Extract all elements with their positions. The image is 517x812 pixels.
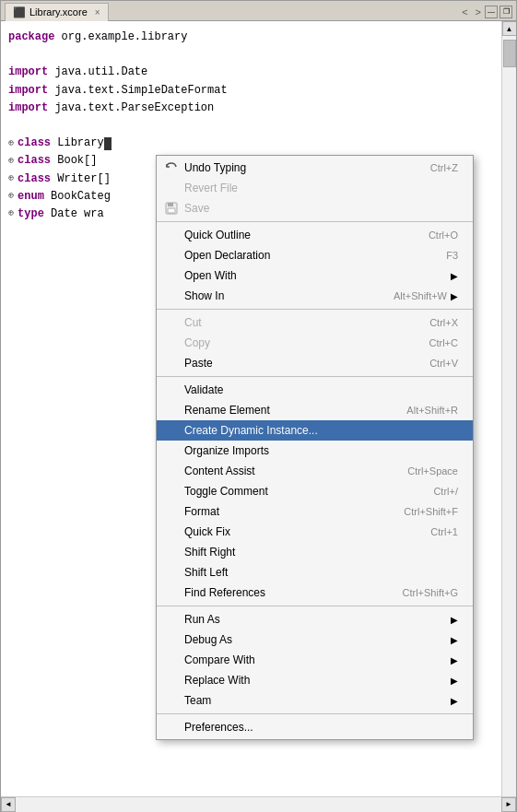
class-library-name: Library <box>51 135 104 152</box>
minimize-button[interactable]: — <box>485 6 498 18</box>
menu-item-show-in[interactable]: Show In Alt+Shift+W ▶ <box>157 286 473 306</box>
menu-item-format[interactable]: Format Ctrl+Shift+F <box>157 501 473 522</box>
tab-nav-right[interactable]: > <box>476 6 481 18</box>
menu-item-copy[interactable]: Copy Ctrl+C <box>157 333 473 353</box>
class-book-name: Book <box>51 152 84 170</box>
menu-item-organize-imports[interactable]: Organize Imports <box>157 441 473 461</box>
compare-with-label: Compare With <box>184 653 447 666</box>
expand-enum-icon[interactable]: ⊕ <box>8 189 14 204</box>
quick-fix-label: Quick Fix <box>184 525 412 538</box>
paste-label: Paste <box>184 357 411 370</box>
expand-book-icon[interactable]: ⊕ <box>8 154 14 169</box>
menu-item-revert-file[interactable]: Revert File <box>157 178 473 198</box>
shift-right-label: Shift Right <box>184 546 458 559</box>
organize-imports-label: Organize Imports <box>184 444 458 457</box>
menu-item-shift-left[interactable]: Shift Left <box>157 562 473 583</box>
scroll-up-icon: ▲ <box>506 25 513 33</box>
menu-item-save[interactable]: Save <box>157 198 473 218</box>
menu-item-team[interactable]: Team ▶ <box>157 690 473 711</box>
menu-item-rename-element[interactable]: Rename Element Alt+Shift+R <box>157 400 473 420</box>
cut-shortcut: Ctrl+X <box>429 317 458 328</box>
keyword-class-1: class <box>18 135 51 152</box>
find-references-shortcut: Ctrl+Shift+G <box>402 587 458 598</box>
quick-outline-shortcut: Ctrl+O <box>429 229 458 241</box>
horizontal-scrollbar[interactable]: ◄ ► <box>1 796 516 811</box>
replace-with-label: Replace With <box>184 674 447 687</box>
quick-outline-label: Quick Outline <box>184 229 410 241</box>
quick-fix-shortcut: Ctrl+1 <box>430 526 458 537</box>
menu-item-preferences[interactable]: Preferences... <box>157 717 473 737</box>
menu-item-validate[interactable]: Validate <box>157 380 473 400</box>
vertical-scrollbar[interactable]: ▲ <box>501 21 516 796</box>
scroll-right-button[interactable]: ► <box>501 797 516 812</box>
scroll-thumb-vertical[interactable] <box>503 40 516 67</box>
rename-element-shortcut: Alt+Shift+R <box>406 405 458 416</box>
context-menu: Undo Typing Ctrl+Z Revert File Save <box>156 155 474 740</box>
editor-tab[interactable]: ⬛ Library.xcore × <box>5 3 109 21</box>
keyword-package: package <box>8 29 54 46</box>
scroll-left-icon: ◄ <box>5 800 12 808</box>
separator-4 <box>157 606 473 606</box>
find-references-label: Find References <box>184 586 383 599</box>
copy-shortcut: Ctrl+C <box>429 337 458 348</box>
scroll-left-button[interactable]: ◄ <box>1 797 16 812</box>
format-shortcut: Ctrl+Shift+F <box>404 506 458 517</box>
menu-item-toggle-comment[interactable]: Toggle Comment Ctrl+/ <box>157 481 473 501</box>
menu-item-replace-with[interactable]: Replace With ▶ <box>157 670 473 690</box>
show-in-label: Show In <box>184 289 375 302</box>
show-in-shortcut: Alt+Shift+W <box>394 290 447 301</box>
menu-item-quick-fix[interactable]: Quick Fix Ctrl+1 <box>157 522 473 542</box>
code-line-3: import java.util.Date <box>1 64 501 81</box>
content-assist-label: Content Assist <box>184 465 389 477</box>
menu-item-run-as[interactable]: Run As ▶ <box>157 609 473 630</box>
toggle-comment-label: Toggle Comment <box>184 485 415 498</box>
menu-item-shift-right[interactable]: Shift Right <box>157 542 473 562</box>
menu-item-quick-outline[interactable]: Quick Outline Ctrl+O <box>157 225 473 245</box>
validate-label: Validate <box>184 383 458 396</box>
scroll-up-button[interactable]: ▲ <box>502 21 517 36</box>
copy-label: Copy <box>184 336 411 349</box>
menu-item-compare-with[interactable]: Compare With ▶ <box>157 650 473 670</box>
preferences-label: Preferences... <box>184 721 458 734</box>
maximize-button[interactable]: ❐ <box>499 6 512 18</box>
menu-item-content-assist[interactable]: Content Assist Ctrl+Space <box>157 461 473 481</box>
menu-item-cut[interactable]: Cut Ctrl+X <box>157 312 473 333</box>
code-line-5: import java.text.ParseException <box>1 100 501 117</box>
writer-bracket: [] <box>97 171 110 188</box>
create-dynamic-instance-label: Create Dynamic Instance... <box>184 424 458 437</box>
menu-item-debug-as[interactable]: Debug As ▶ <box>157 630 473 650</box>
separator-3 <box>157 376 473 377</box>
menu-item-create-dynamic-instance[interactable]: Create Dynamic Instance... <box>157 420 473 441</box>
menu-item-open-with[interactable]: Open With ▶ <box>157 265 473 286</box>
scroll-track-horizontal <box>16 797 501 812</box>
show-in-arrow: ▶ <box>451 291 458 301</box>
import-3: java.text.ParseException <box>48 100 214 117</box>
open-declaration-shortcut: F3 <box>446 250 458 261</box>
team-label: Team <box>184 694 447 707</box>
format-label: Format <box>184 505 385 518</box>
minimize-icon: — <box>488 7 495 16</box>
keyword-import-2: import <box>8 82 48 100</box>
menu-item-find-references[interactable]: Find References Ctrl+Shift+G <box>157 583 473 603</box>
menu-item-open-declaration[interactable]: Open Declaration F3 <box>157 245 473 265</box>
undo-icon <box>164 160 179 175</box>
expand-library-icon[interactable]: ⊕ <box>8 136 14 151</box>
expand-type-icon[interactable]: ⊕ <box>8 206 14 221</box>
compare-with-arrow: ▶ <box>451 655 458 665</box>
debug-as-label: Debug As <box>184 633 447 646</box>
expand-writer-icon[interactable]: ⊕ <box>8 171 14 186</box>
code-line-6 <box>1 117 501 135</box>
open-declaration-label: Open Declaration <box>184 249 428 262</box>
keyword-import-1: import <box>8 64 48 81</box>
code-line-4: import java.text.SimpleDateFormat <box>1 82 501 100</box>
svg-rect-1 <box>168 203 173 206</box>
content-assist-shortcut: Ctrl+Space <box>407 465 458 477</box>
class-writer-name: Writer <box>51 171 97 188</box>
menu-item-undo-typing[interactable]: Undo Typing Ctrl+Z <box>157 158 473 178</box>
menu-item-paste[interactable]: Paste Ctrl+V <box>157 353 473 373</box>
tab-close-icon[interactable]: × <box>95 7 100 18</box>
tab-nav-left[interactable]: < <box>462 6 467 18</box>
maximize-icon: ❐ <box>503 7 510 16</box>
import-2: java.text.SimpleDateFormat <box>48 82 227 100</box>
window-controls: — ❐ <box>485 6 512 18</box>
